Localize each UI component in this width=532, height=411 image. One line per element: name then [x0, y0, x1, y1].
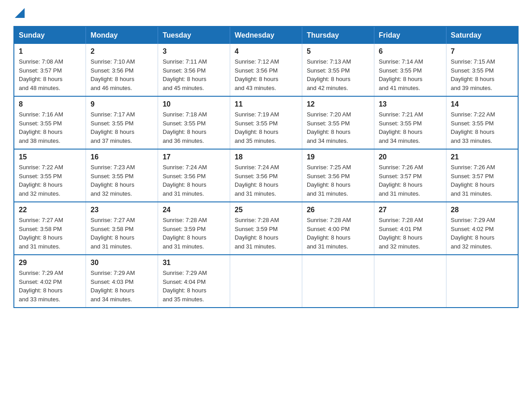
calendar-week-row: 8 Sunrise: 7:16 AMSunset: 3:55 PMDayligh… — [14, 96, 518, 149]
calendar-cell: 18 Sunrise: 7:24 AMSunset: 3:56 PMDaylig… — [230, 149, 302, 202]
calendar-week-row: 29 Sunrise: 7:29 AMSunset: 4:02 PMDaylig… — [14, 255, 518, 308]
calendar-cell: 7 Sunrise: 7:15 AMSunset: 3:55 PMDayligh… — [446, 44, 518, 96]
day-info: Sunrise: 7:28 AMSunset: 4:01 PMDaylight:… — [379, 216, 442, 251]
calendar-cell: 9 Sunrise: 7:17 AMSunset: 3:55 PMDayligh… — [86, 96, 158, 149]
calendar-cell — [230, 255, 302, 308]
day-info: Sunrise: 7:22 AMSunset: 3:55 PMDaylight:… — [451, 110, 513, 145]
calendar-cell: 12 Sunrise: 7:20 AMSunset: 3:55 PMDaylig… — [302, 96, 374, 149]
day-info: Sunrise: 7:28 AMSunset: 4:00 PMDaylight:… — [307, 216, 369, 251]
calendar-cell: 29 Sunrise: 7:29 AMSunset: 4:02 PMDaylig… — [14, 255, 86, 308]
weekday-header-monday: Monday — [86, 26, 158, 44]
day-number: 24 — [163, 206, 225, 214]
day-info: Sunrise: 7:26 AMSunset: 3:57 PMDaylight:… — [379, 163, 442, 198]
day-number: 29 — [19, 259, 81, 267]
day-number: 22 — [19, 206, 81, 214]
day-number: 30 — [90, 259, 153, 267]
day-info: Sunrise: 7:27 AMSunset: 3:58 PMDaylight:… — [19, 216, 81, 251]
calendar-cell: 17 Sunrise: 7:24 AMSunset: 3:56 PMDaylig… — [158, 149, 230, 202]
day-number: 10 — [163, 100, 225, 108]
calendar-week-row: 22 Sunrise: 7:27 AMSunset: 3:58 PMDaylig… — [14, 202, 518, 255]
day-number: 6 — [379, 47, 442, 56]
calendar-cell: 3 Sunrise: 7:11 AMSunset: 3:56 PMDayligh… — [158, 44, 230, 96]
svg-marker-0 — [15, 8, 25, 18]
day-number: 14 — [451, 100, 513, 108]
day-info: Sunrise: 7:12 AMSunset: 3:56 PMDaylight:… — [235, 57, 297, 92]
day-info: Sunrise: 7:11 AMSunset: 3:56 PMDaylight:… — [163, 57, 225, 92]
calendar-cell: 8 Sunrise: 7:16 AMSunset: 3:55 PMDayligh… — [14, 96, 86, 149]
day-number: 16 — [90, 153, 153, 161]
calendar-cell: 22 Sunrise: 7:27 AMSunset: 3:58 PMDaylig… — [14, 202, 86, 255]
day-number: 25 — [235, 206, 297, 214]
day-number: 4 — [235, 47, 297, 56]
calendar-cell: 21 Sunrise: 7:26 AMSunset: 3:57 PMDaylig… — [446, 149, 518, 202]
day-number: 20 — [379, 153, 442, 161]
day-number: 27 — [379, 206, 442, 214]
calendar-cell: 16 Sunrise: 7:23 AMSunset: 3:55 PMDaylig… — [86, 149, 158, 202]
day-number: 2 — [90, 47, 153, 56]
day-info: Sunrise: 7:28 AMSunset: 3:59 PMDaylight:… — [163, 216, 225, 251]
day-number: 1 — [19, 47, 81, 56]
calendar-header: SundayMondayTuesdayWednesdayThursdayFrid… — [14, 26, 518, 44]
day-number: 21 — [451, 153, 513, 161]
calendar-cell: 20 Sunrise: 7:26 AMSunset: 3:57 PMDaylig… — [374, 149, 446, 202]
day-info: Sunrise: 7:21 AMSunset: 3:55 PMDaylight:… — [379, 110, 442, 145]
weekday-header-wednesday: Wednesday — [230, 26, 302, 44]
weekday-header-friday: Friday — [374, 26, 446, 44]
day-number: 7 — [451, 47, 513, 56]
day-number: 17 — [163, 153, 225, 161]
calendar-cell: 11 Sunrise: 7:19 AMSunset: 3:55 PMDaylig… — [230, 96, 302, 149]
day-number: 23 — [90, 206, 153, 214]
page-header — [13, 9, 519, 18]
calendar-cell: 4 Sunrise: 7:12 AMSunset: 3:56 PMDayligh… — [230, 44, 302, 96]
calendar-cell: 26 Sunrise: 7:28 AMSunset: 4:00 PMDaylig… — [302, 202, 374, 255]
calendar-week-row: 1 Sunrise: 7:08 AMSunset: 3:57 PMDayligh… — [14, 44, 518, 96]
day-info: Sunrise: 7:19 AMSunset: 3:55 PMDaylight:… — [235, 110, 297, 145]
day-number: 31 — [163, 259, 225, 267]
day-number: 28 — [451, 206, 513, 214]
calendar-cell — [302, 255, 374, 308]
calendar-cell: 2 Sunrise: 7:10 AMSunset: 3:56 PMDayligh… — [86, 44, 158, 96]
day-info: Sunrise: 7:29 AMSunset: 4:04 PMDaylight:… — [163, 269, 225, 304]
day-info: Sunrise: 7:13 AMSunset: 3:55 PMDaylight:… — [307, 57, 369, 92]
calendar-cell — [374, 255, 446, 308]
calendar-week-row: 15 Sunrise: 7:22 AMSunset: 3:55 PMDaylig… — [14, 149, 518, 202]
calendar-cell: 27 Sunrise: 7:28 AMSunset: 4:01 PMDaylig… — [374, 202, 446, 255]
day-info: Sunrise: 7:18 AMSunset: 3:55 PMDaylight:… — [163, 110, 225, 145]
calendar-cell: 5 Sunrise: 7:13 AMSunset: 3:55 PMDayligh… — [302, 44, 374, 96]
day-info: Sunrise: 7:24 AMSunset: 3:56 PMDaylight:… — [163, 163, 225, 198]
day-number: 19 — [307, 153, 369, 161]
day-number: 18 — [235, 153, 297, 161]
calendar-cell: 24 Sunrise: 7:28 AMSunset: 3:59 PMDaylig… — [158, 202, 230, 255]
day-info: Sunrise: 7:20 AMSunset: 3:55 PMDaylight:… — [307, 110, 369, 145]
calendar-cell: 15 Sunrise: 7:22 AMSunset: 3:55 PMDaylig… — [14, 149, 86, 202]
calendar-table: SundayMondayTuesdayWednesdayThursdayFrid… — [13, 26, 519, 308]
day-number: 13 — [379, 100, 442, 108]
day-number: 3 — [163, 47, 225, 56]
day-info: Sunrise: 7:27 AMSunset: 3:58 PMDaylight:… — [90, 216, 153, 251]
calendar-cell — [446, 255, 518, 308]
calendar-cell: 1 Sunrise: 7:08 AMSunset: 3:57 PMDayligh… — [14, 44, 86, 96]
calendar-cell: 28 Sunrise: 7:29 AMSunset: 4:02 PMDaylig… — [446, 202, 518, 255]
weekday-header-tuesday: Tuesday — [158, 26, 230, 44]
day-info: Sunrise: 7:29 AMSunset: 4:02 PMDaylight:… — [451, 216, 513, 251]
day-info: Sunrise: 7:26 AMSunset: 3:57 PMDaylight:… — [451, 163, 513, 198]
calendar-cell: 10 Sunrise: 7:18 AMSunset: 3:55 PMDaylig… — [158, 96, 230, 149]
calendar-cell: 31 Sunrise: 7:29 AMSunset: 4:04 PMDaylig… — [158, 255, 230, 308]
day-number: 15 — [19, 153, 81, 161]
day-info: Sunrise: 7:10 AMSunset: 3:56 PMDaylight:… — [90, 57, 153, 92]
weekday-header-saturday: Saturday — [446, 26, 518, 44]
day-info: Sunrise: 7:14 AMSunset: 3:55 PMDaylight:… — [379, 57, 442, 92]
day-info: Sunrise: 7:23 AMSunset: 3:55 PMDaylight:… — [90, 163, 153, 198]
day-number: 8 — [19, 100, 81, 108]
logo-triangle-icon — [15, 8, 25, 18]
day-number: 11 — [235, 100, 297, 108]
calendar-cell: 14 Sunrise: 7:22 AMSunset: 3:55 PMDaylig… — [446, 96, 518, 149]
calendar-cell: 30 Sunrise: 7:29 AMSunset: 4:03 PMDaylig… — [86, 255, 158, 308]
calendar-cell: 25 Sunrise: 7:28 AMSunset: 3:59 PMDaylig… — [230, 202, 302, 255]
weekday-row: SundayMondayTuesdayWednesdayThursdayFrid… — [14, 26, 518, 44]
day-number: 12 — [307, 100, 369, 108]
day-number: 5 — [307, 47, 369, 56]
calendar-cell: 19 Sunrise: 7:25 AMSunset: 3:56 PMDaylig… — [302, 149, 374, 202]
day-number: 9 — [90, 100, 153, 108]
day-info: Sunrise: 7:25 AMSunset: 3:56 PMDaylight:… — [307, 163, 369, 198]
